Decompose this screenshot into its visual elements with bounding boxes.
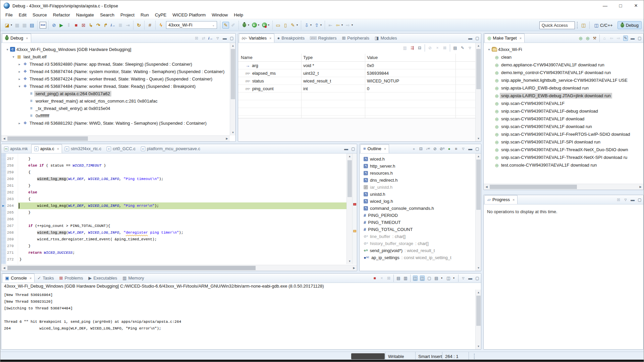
editor-tab-apsta.mk[interactable]: mapsta.mk	[1, 144, 31, 153]
menu-refactor[interactable]: Refactor	[50, 11, 73, 18]
tab-close-icon[interactable]: ×	[269, 36, 271, 40]
caret-down-icon[interactable]: ▾	[258, 23, 261, 26]
step-return-icon[interactable]: ↱	[102, 22, 109, 28]
make-target-hscrollbar[interactable]: ◀ ▶	[484, 184, 643, 190]
maximize-view-icon[interactable]: ▢	[637, 36, 642, 41]
flash-icon[interactable]: ϟ	[158, 22, 164, 28]
code-editor[interactable]: } else if ( status == WICED_TIMEOUT ) { …	[18, 154, 346, 264]
run-dropdown-button[interactable]: ▶	[251, 22, 258, 28]
tab-close-icon[interactable]: ×	[30, 276, 32, 280]
tab-close-icon[interactable]: ×	[384, 147, 386, 151]
line-number-ruler[interactable]: 2572582592602612622632642652662672682692…	[6, 154, 18, 264]
menu-edit[interactable]: Edit	[16, 11, 30, 18]
code-line[interactable]: return WICED_SUCCESS;	[18, 249, 346, 256]
close-icon[interactable]: ×	[628, 0, 644, 11]
line-number[interactable]: 266	[6, 216, 18, 223]
caret-down-icon[interactable]: ▾	[248, 23, 251, 26]
editor-tab-stm32f4xx_rtc.c[interactable]: cstm32f4xx_rtc.c	[62, 144, 104, 153]
print-icon[interactable]: ▤	[29, 22, 35, 28]
code-line[interactable]: wiced_log_msg(WLF_DEF, WICED_LOG_INFO, "…	[18, 202, 346, 209]
make-target-row[interactable]: ◎snip.scan-CYW943907AEVAL1F-SPI download…	[484, 138, 643, 146]
debug-tree-row[interactable]: ≡_tx_thread_shell_entry() at 0x8015e04	[1, 105, 230, 112]
maximize-view-icon[interactable]: ▢	[637, 197, 642, 202]
open-console-icon[interactable]: ▤	[434, 276, 439, 281]
clear-console-icon[interactable]: ▤	[396, 276, 401, 281]
code-line[interactable]: wiced_rtos_deregister_timed_event( &ping…	[18, 236, 346, 243]
menu-source[interactable]: Source	[30, 11, 50, 18]
outline-item[interactable]: ↰command_console_commands.h	[360, 205, 475, 212]
scroll-down-icon[interactable]: ▼	[476, 265, 481, 271]
minimize-view-icon[interactable]: ▬	[630, 197, 635, 202]
remove-all-icon[interactable]: ⊠	[194, 36, 199, 41]
menu-window[interactable]: Window	[209, 11, 231, 18]
scroll-left-icon[interactable]: ◀	[1, 136, 7, 141]
remove-icon[interactable]: ×	[379, 276, 384, 281]
chevron-right-icon[interactable]: ▸	[17, 121, 22, 125]
caret-down-icon[interactable]: ▾	[453, 277, 456, 280]
chevron-down-icon[interactable]: ▾	[17, 84, 22, 88]
menu-file[interactable]: File	[2, 11, 16, 18]
scrollbar-thumb[interactable]	[231, 49, 235, 99]
open-resource-icon[interactable]: ▯	[282, 22, 289, 28]
tab-close-icon[interactable]: ×	[520, 36, 522, 40]
debug-tree-row[interactable]: ▸❖Thread #4 536874744 (Name: system moni…	[1, 68, 230, 75]
debug-tree-row[interactable]: ▾❖Thread #6 536874484 (Name: worker thre…	[1, 82, 230, 90]
mark-occurrences-icon[interactable]: ✎	[222, 22, 229, 28]
remove-all-icon[interactable]: ⊠	[442, 46, 447, 50]
minimize-view-icon[interactable]: ▬	[344, 146, 348, 151]
scroll-left-icon[interactable]: ◀	[484, 184, 489, 190]
status-drag-handle[interactable]	[474, 354, 475, 359]
tab-modules[interactable]: ◨Modules	[372, 34, 399, 43]
chevron-right-icon[interactable]: ▸	[17, 70, 22, 73]
menu-wiced-platform[interactable]: WICED Platform	[169, 11, 209, 18]
scroll-up-icon[interactable]: ▲	[476, 43, 481, 49]
tab-variables[interactable]: (x)=Variables×	[239, 34, 274, 43]
caret-down-icon[interactable]: ▾	[297, 23, 299, 26]
caret-down-icon[interactable]: ▾	[441, 277, 444, 280]
variable-row[interactable]: (x)=statuswiced_result_tWICED_NOTUP	[238, 77, 476, 85]
maximize-view-icon[interactable]: ▢	[229, 36, 234, 41]
make-target-tab-icon[interactable]: ◎	[585, 36, 590, 41]
collapse-all-icon[interactable]: ⊟	[419, 146, 423, 151]
code-line[interactable]: {	[18, 196, 346, 202]
outline-item[interactable]: ⊘ˢline_buffer : char[]	[360, 233, 475, 240]
console-output[interactable]: [New Thread 536916964][New Thread 536923…	[1, 290, 475, 349]
step-into-icon[interactable]: ↳	[88, 22, 94, 28]
refresh-target-icon[interactable]: ↻	[136, 22, 142, 28]
target-comm-icon[interactable]: #	[147, 22, 153, 28]
pin-console-icon[interactable]: ▢	[427, 276, 432, 281]
console-vscrollbar[interactable]: ▲ ▼	[475, 290, 481, 349]
breakpoint-marker[interactable]	[353, 203, 356, 205]
maximize-view-icon[interactable]: ▢	[475, 276, 480, 281]
suspend-icon[interactable]: ‖	[65, 22, 72, 28]
variables-vscrollbar[interactable]: ▲ ▼	[475, 43, 481, 141]
terminate-icon[interactable]: ■	[73, 22, 79, 28]
line-number[interactable]: 271	[6, 249, 18, 256]
maximize-view-icon[interactable]: ▢	[351, 146, 356, 151]
line-number[interactable]: 261	[6, 182, 18, 189]
view-menu-icon[interactable]: ▽	[215, 37, 220, 40]
code-line[interactable]: }	[18, 256, 346, 263]
minimize-view-icon[interactable]: ▬	[468, 146, 473, 151]
search-brush-icon[interactable]: ✎	[289, 22, 296, 28]
make-target-row[interactable]: ◎snip.apple_homekit.lightbulb_service-CY…	[484, 76, 643, 84]
scroll-up-icon[interactable]: ▲	[230, 43, 236, 49]
make-target-row[interactable]: ◎snip.scan-CYW943907AEVAL1F-ThreadX-NetX…	[484, 154, 643, 161]
external-tools-button[interactable]: ▶	[261, 22, 268, 28]
tab-make-target[interactable]: ◎ Make Target ×	[484, 34, 525, 43]
menu-search[interactable]: Search	[97, 11, 117, 18]
view-menu-icon[interactable]: ▽	[468, 46, 472, 50]
instruction-stepping-icon[interactable]: i→	[110, 22, 116, 28]
line-number[interactable]: 257	[6, 156, 18, 162]
scroll-left-icon[interactable]: ◀	[1, 265, 7, 271]
perspective-cpp[interactable]: ◫ C/C++	[592, 21, 615, 29]
chevron-right-icon[interactable]: ▸	[17, 62, 22, 66]
scrollbar-thumb[interactable]	[476, 49, 481, 89]
minimize-view-icon[interactable]: ▬	[468, 36, 473, 41]
show-stdout-icon[interactable]: ◫	[413, 276, 418, 281]
editor-tab-crt0_GCC.c[interactable]: ccrt0_GCC.c	[104, 144, 138, 153]
make-target-row[interactable]: ◎demo.temp_control-CYW943907AEVAL1F down…	[484, 69, 643, 76]
menu-help[interactable]: Help	[231, 11, 246, 18]
make-target-row[interactable]: ◎test.console-CYW943907AEVAL1F download …	[484, 161, 643, 169]
link-with-editor-icon[interactable]: ⌗	[454, 146, 459, 151]
